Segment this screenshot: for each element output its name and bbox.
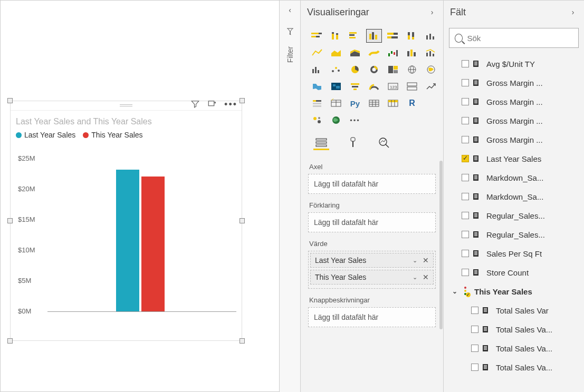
viz-100stacked-column-icon[interactable] [404, 29, 420, 43]
remove-icon[interactable]: ✕ [423, 256, 429, 264]
bar-chart-visual[interactable]: ••• Last Year Sales and This Year Sales … [10, 101, 242, 341]
viz-matrix2-icon[interactable] [385, 96, 401, 110]
viz-azure-map-icon[interactable] [328, 80, 344, 93]
viz-table-icon[interactable] [328, 96, 344, 110]
viz-matrix-icon[interactable] [366, 96, 382, 110]
field-checkbox[interactable] [462, 155, 469, 162]
viz-python-icon[interactable]: Py [347, 96, 363, 110]
field-checkbox[interactable] [471, 345, 478, 352]
field-checkbox[interactable] [462, 136, 469, 143]
viz-pie-icon[interactable] [347, 63, 363, 76]
expand-chevron-icon[interactable]: › [427, 8, 437, 16]
remove-icon[interactable]: ✕ [423, 273, 429, 281]
viz-treemap-icon[interactable] [385, 63, 401, 76]
field-row[interactable]: ⌄✓This Year Sales [447, 282, 581, 301]
viz-combo-icon[interactable] [423, 29, 439, 43]
filter-pane-label[interactable]: Filter [286, 46, 294, 63]
viz-clustered-bar-icon[interactable] [347, 29, 363, 43]
bar-last-year[interactable] [116, 170, 139, 311]
viz-stacked-bar-icon[interactable] [309, 29, 325, 43]
field-row[interactable]: Store Count [447, 263, 581, 282]
field-checkbox[interactable] [471, 307, 478, 314]
viz-key-influencers-icon[interactable] [309, 113, 325, 127]
field-row[interactable]: Total Sales Va... [447, 320, 581, 339]
field-row[interactable]: Gross Margin ... [447, 130, 581, 149]
field-row[interactable]: Markdown_Sa... [447, 168, 581, 187]
well-tooltip[interactable]: Lägg till datafält här [308, 307, 436, 327]
viz-slicer-icon[interactable] [309, 96, 325, 110]
viz-shape-map-icon[interactable] [309, 80, 325, 93]
viz-stacked-column-icon[interactable] [328, 29, 344, 43]
field-checkbox[interactable] [462, 212, 469, 219]
field-row[interactable]: Markdown_Sa... [447, 187, 581, 206]
field-checkbox[interactable] [462, 98, 469, 105]
focus-mode-icon[interactable] [207, 99, 217, 111]
resize-handle[interactable] [7, 338, 13, 344]
bar-this-year[interactable] [141, 177, 165, 311]
well-axis[interactable]: Lägg till datafält här [308, 174, 436, 194]
value-pill[interactable]: This Year Sales ⌄ ✕ [310, 270, 434, 285]
viz-area-icon[interactable] [328, 46, 344, 60]
filter-icon[interactable] [285, 27, 295, 38]
field-checkbox[interactable] [462, 79, 469, 86]
field-row[interactable]: Gross Margin ... [447, 73, 581, 92]
search-input[interactable] [467, 34, 573, 43]
field-checkbox[interactable] [462, 60, 469, 67]
field-row[interactable]: Total Sales Va... [447, 358, 581, 377]
viz-r-icon[interactable]: R [404, 96, 420, 110]
viz-card-number-icon[interactable]: 123 [385, 80, 401, 93]
viz-line-column-icon[interactable] [423, 46, 439, 60]
chevron-down-icon[interactable]: ⌄ [413, 257, 417, 264]
field-row[interactable]: Last Year Sales [447, 149, 581, 168]
field-checkbox[interactable] [462, 269, 469, 276]
field-row[interactable]: Regular_Sales... [447, 206, 581, 225]
viz-stacked-area-icon[interactable] [347, 46, 363, 60]
resize-handle[interactable] [240, 338, 245, 344]
viz-scatter-icon[interactable] [328, 63, 344, 76]
viz-waterfall-icon[interactable] [385, 46, 401, 60]
viz-kpi-icon[interactable] [423, 80, 439, 93]
resize-handle[interactable] [240, 218, 245, 223]
viz-gauge-icon[interactable] [366, 80, 382, 93]
field-checkbox[interactable] [462, 250, 469, 257]
field-checkbox[interactable] [462, 117, 469, 124]
viz-100stacked-bar-icon[interactable] [385, 29, 401, 43]
viz-donut-icon[interactable] [366, 63, 382, 76]
analytics-tab[interactable] [377, 135, 392, 150]
viz-line-icon[interactable] [309, 46, 325, 60]
well-legend[interactable]: Lägg till datafält här [308, 212, 436, 232]
expand-chevron-icon[interactable]: ⌄ [452, 288, 458, 295]
viz-multi-card-icon[interactable] [404, 80, 420, 93]
field-row[interactable]: Total Sales Var [447, 301, 581, 320]
field-checkbox[interactable] [471, 364, 478, 371]
viz-more-icon[interactable]: ••• [347, 113, 363, 127]
filter-icon[interactable] [190, 99, 200, 111]
more-options-icon[interactable]: ••• [224, 99, 237, 111]
field-row[interactable]: Gross Margin ... [447, 111, 581, 130]
fields-tab[interactable] [313, 135, 329, 150]
field-checkbox[interactable] [462, 193, 469, 200]
field-row[interactable]: Sales Per Sq Ft [447, 244, 581, 263]
viz-clustered-column-icon[interactable] [366, 29, 382, 43]
field-row[interactable]: Gross Margin ... [447, 92, 581, 111]
collapse-chevron-icon[interactable]: ‹ [289, 6, 291, 14]
drag-grip[interactable] [120, 104, 132, 106]
format-tab[interactable] [345, 135, 361, 150]
viz-funnel-icon[interactable] [347, 80, 363, 93]
well-value[interactable]: Last Year Sales ⌄ ✕ This Year Sales ⌄ ✕ [308, 251, 436, 289]
chevron-down-icon[interactable]: ⌄ [413, 274, 417, 281]
viz-map-icon[interactable] [404, 63, 420, 76]
field-checkbox[interactable] [462, 231, 469, 238]
report-canvas[interactable]: ••• Last Year Sales and This Year Sales … [0, 0, 280, 392]
field-checkbox[interactable] [462, 174, 469, 181]
viz-funnel-hier-icon[interactable] [404, 46, 420, 60]
field-row[interactable]: Regular_Sales... [447, 225, 581, 244]
viz-ribbon-icon[interactable] [366, 46, 382, 60]
field-row[interactable]: Avg $/Unit TY [447, 54, 581, 73]
viz-filled-map-icon[interactable] [423, 63, 439, 76]
expand-chevron-icon[interactable]: › [568, 8, 578, 16]
viz-arcgis-icon[interactable] [328, 113, 344, 127]
field-row[interactable]: Total Sales Va... [447, 339, 581, 358]
viz-card-icon[interactable] [309, 63, 325, 76]
field-list[interactable]: Avg $/Unit TYGross Margin ...Gross Margi… [444, 54, 584, 392]
